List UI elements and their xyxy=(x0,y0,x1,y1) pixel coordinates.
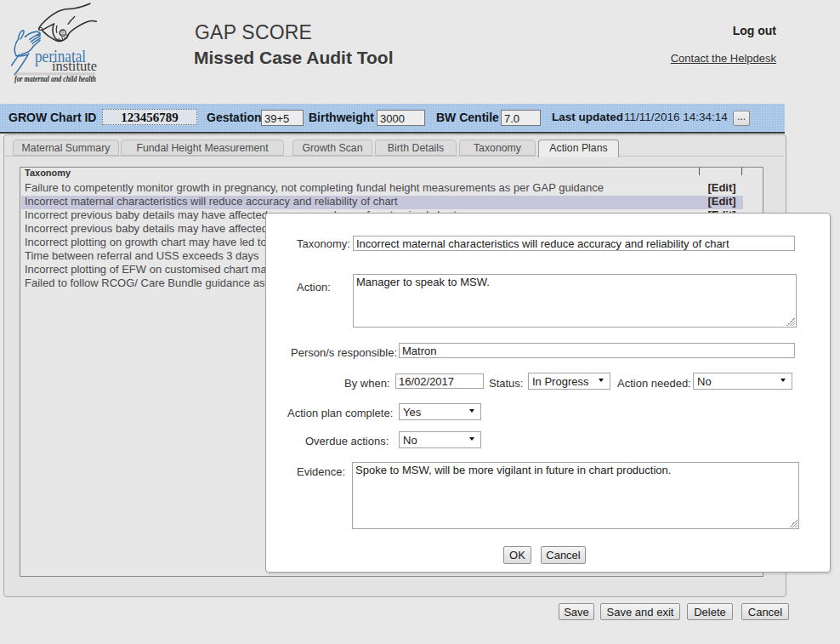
svg-text:institute: institute xyxy=(52,58,97,74)
svg-text:for maternal and child health: for maternal and child health xyxy=(14,74,96,83)
